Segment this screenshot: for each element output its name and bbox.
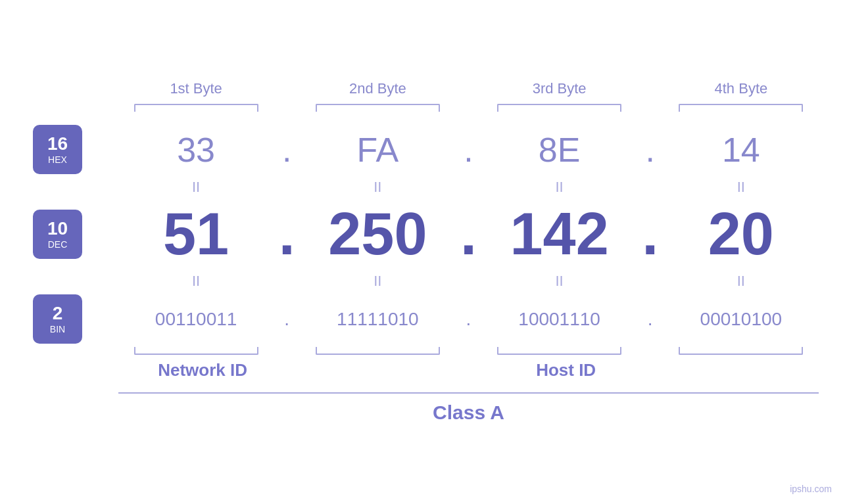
byte-headers: 1st Byte 2nd Byte 3rd Byte 4th Byte <box>26 80 819 104</box>
dec-values: 51 . 250 . 142 . 20 <box>118 200 819 268</box>
hex-val-1: 33 <box>118 130 274 170</box>
bin-badge-cell: 2 BIN <box>26 294 118 344</box>
dec-val-3: 142 <box>482 200 637 268</box>
byte3-header: 3rd Byte <box>482 80 637 104</box>
dec-badge-num: 10 <box>47 219 68 239</box>
dec-dot-2: . <box>456 200 482 268</box>
hex-dot-1: . <box>274 130 300 170</box>
eq2-2: II <box>300 273 455 290</box>
main-container: 1st Byte 2nd Byte 3rd Byte 4th Byte 16 H… <box>0 0 845 504</box>
class-divider <box>118 392 819 394</box>
eq2-1: II <box>118 273 274 290</box>
network-id-label: Network ID <box>118 360 287 380</box>
dec-row: 10 DEC 51 . 250 . 142 . 20 <box>26 200 819 268</box>
network-bracket <box>134 347 258 355</box>
bin-dot-3: . <box>637 309 664 330</box>
bottom-section: Network ID Host ID <box>26 347 819 380</box>
eq1-4: II <box>664 179 819 196</box>
hex-badge-label: HEX <box>48 154 67 165</box>
hex-dot-2: . <box>456 130 482 170</box>
bin-badge-label: BIN <box>50 324 65 334</box>
dec-dot-3: . <box>637 200 664 268</box>
dec-val-4: 20 <box>664 200 819 268</box>
bottom-labels: Network ID Host ID <box>118 360 819 380</box>
dec-val-1: 51 <box>118 200 274 268</box>
watermark: ipshu.com <box>790 484 832 494</box>
bin-values: 00110011 . 11111010 . 10001110 . 0001010… <box>118 309 819 330</box>
dec-val-2: 250 <box>300 200 455 268</box>
bin-badge-num: 2 <box>53 304 63 324</box>
eq2-3: II <box>482 273 637 290</box>
equals-row-2: II II II II <box>26 268 819 294</box>
host-bracket-2 <box>482 347 637 355</box>
bin-dot-2: . <box>456 309 482 330</box>
bin-badge: 2 BIN <box>33 294 82 344</box>
bracket-top-2 <box>300 104 455 112</box>
hex-badge: 16 HEX <box>33 125 82 174</box>
host-bracket-right <box>679 347 803 355</box>
hex-dot-3: . <box>637 130 664 170</box>
equals-row-1: II II II II <box>26 174 819 200</box>
host-bracket-3 <box>664 347 819 355</box>
bottom-brackets <box>118 347 819 355</box>
bin-val-2: 11111010 <box>300 309 455 330</box>
host-bracket-1 <box>300 347 455 355</box>
hex-row: 16 HEX 33 . FA . 8E . 14 <box>26 125 819 174</box>
network-bracket-wrap <box>118 347 274 355</box>
bracket-top-4 <box>664 104 819 112</box>
eq1-3: II <box>482 179 637 196</box>
byte2-header: 2nd Byte <box>300 80 455 104</box>
eq1-1: II <box>118 179 274 196</box>
hex-values: 33 . FA . 8E . 14 <box>118 130 819 170</box>
eq2-4: II <box>664 273 819 290</box>
dec-dot-1: . <box>274 200 300 268</box>
host-bracket-left <box>316 347 440 355</box>
class-section: Class A <box>26 392 819 424</box>
hex-val-2: FA <box>300 130 455 170</box>
bin-val-3: 10001110 <box>482 309 637 330</box>
top-brackets <box>26 104 819 112</box>
hex-val-4: 14 <box>664 130 819 170</box>
byte4-header: 4th Byte <box>664 80 819 104</box>
bin-row: 2 BIN 00110011 . 11111010 . 10001110 . 0… <box>26 294 819 344</box>
dec-badge-label: DEC <box>48 239 68 250</box>
bracket-top-1 <box>118 104 274 112</box>
hex-badge-num: 16 <box>47 134 68 154</box>
dec-badge: 10 DEC <box>33 210 82 259</box>
dec-badge-cell: 10 DEC <box>26 210 118 259</box>
eq1-2: II <box>300 179 455 196</box>
bin-val-4: 00010100 <box>664 309 819 330</box>
bin-dot-1: . <box>274 309 300 330</box>
host-bracket-mid <box>497 347 621 355</box>
class-label: Class A <box>118 401 819 424</box>
hex-badge-cell: 16 HEX <box>26 125 118 174</box>
hex-val-3: 8E <box>482 130 637 170</box>
bin-val-1: 00110011 <box>118 309 274 330</box>
byte1-header: 1st Byte <box>118 80 274 104</box>
bracket-top-3 <box>482 104 637 112</box>
host-id-label: Host ID <box>313 360 819 380</box>
